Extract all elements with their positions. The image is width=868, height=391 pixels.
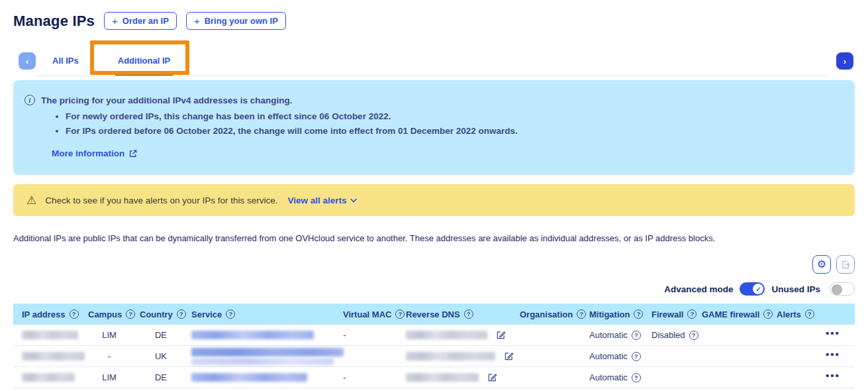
firewall-value: Disabled [651,330,685,340]
more-information-link[interactable]: More information [52,148,137,158]
ip-address-cell [22,373,88,382]
table-row: LIM DE - Automatic? Disabled? ••• [13,325,855,346]
help-icon[interactable]: ? [632,352,641,361]
redacted-service [191,373,307,382]
info-link-row: More information [24,147,842,159]
toggle-knob [832,284,842,295]
help-icon[interactable]: ? [395,309,405,319]
column-label: Organisation [520,309,573,319]
tabs-scroll-right-button[interactable]: › [836,52,853,70]
bring-your-own-ip-button[interactable]: + Bring your own IP [186,12,286,30]
tabs-bar: ‹ All IPs Additional IP › [13,46,855,76]
chevron-down-icon [350,198,357,203]
redacted-ip-address [22,352,85,361]
pricing-info-banner: i The pricing for your additional IPv4 a… [13,80,855,175]
tab-additional-ip[interactable]: Additional IP [117,56,171,66]
help-icon[interactable]: ? [687,309,697,319]
row-actions-button[interactable]: ••• [821,349,845,363]
warning-icon: ⚠ [26,195,36,206]
redacted-ip-address [22,331,78,339]
help-icon[interactable]: ? [177,309,186,319]
column-label: Alerts [777,309,801,319]
column-header-country: Country? [140,309,191,319]
virtual-mac-cell: - [343,372,406,382]
view-toggles: Advanced mode ✓ Unused IPs [13,282,855,296]
info-bullet: For IPs ordered before 06 October 2022, … [66,126,842,136]
info-banner-title: The pricing for your additional IPv4 add… [41,95,293,105]
column-header-reverse-dns: Reverse DNS? [406,309,520,319]
service-cell [191,331,343,339]
column-label: Country [140,309,173,319]
row-actions-button[interactable]: ••• [821,370,845,384]
check-icon: ✓ [753,284,763,294]
export-button[interactable] [836,255,855,274]
ip-address-cell [22,352,88,361]
advanced-mode-label: Advanced mode [664,284,733,294]
mitigation-cell: Automatic? [589,372,651,382]
edit-reverse-dns-icon[interactable] [496,330,506,340]
alerts-warning-banner: ⚠ Check to see if you have alerts on you… [13,184,855,216]
virtual-mac-cell: - [343,330,406,340]
chevron-left-icon: ‹ [26,56,28,66]
info-banner-bullets: For newly ordered IPs, this change has b… [24,111,842,136]
mitigation-value: Automatic [589,351,628,361]
help-icon[interactable]: ? [226,309,235,319]
help-icon[interactable]: ? [689,331,699,340]
column-label: Virtual MAC [343,309,391,319]
order-an-ip-button[interactable]: + Order an IP [104,12,177,30]
help-icon[interactable]: ? [763,309,773,319]
info-bullet: For newly ordered IPs, this change has b… [66,111,842,121]
help-icon[interactable]: ? [634,309,643,319]
table-settings-button[interactable]: ⚙ [812,255,831,274]
column-label: Mitigation [589,309,630,319]
mitigation-cell: Automatic? [589,351,651,361]
redacted-service [191,348,344,357]
help-icon[interactable]: ? [126,309,135,319]
country-cell: DE [140,330,191,340]
edit-reverse-dns-icon[interactable] [487,372,497,382]
page-description: Additional IPs are public IPs that can b… [13,233,855,243]
order-an-ip-label: Order an IP [122,16,169,26]
plus-icon: + [194,16,200,26]
view-all-alerts-label: View all alerts [287,196,346,205]
alert-banner-text: Check to see if you have alerts on your … [45,196,277,205]
column-header-campus: Campus? [88,309,140,319]
edit-reverse-dns-icon[interactable] [504,351,514,361]
reverse-dns-cell [406,372,520,382]
redacted-ip-address [22,373,75,382]
table-header-row: IP address? Campus? Country? Service? Vi… [13,304,855,325]
help-icon[interactable]: ? [632,331,641,340]
unused-ips-toggle[interactable] [830,282,855,296]
help-icon[interactable]: ? [577,309,586,319]
column-header-alerts: Alerts? [777,309,821,319]
tabs-scroll-left-button[interactable]: ‹ [19,52,36,70]
column-label: Campus [88,309,122,319]
column-label: Service [191,309,222,319]
help-icon[interactable]: ? [632,373,641,382]
help-icon[interactable]: ? [805,309,814,319]
tab-all-ips[interactable]: All IPs [51,56,80,66]
ip-address-cell [22,331,88,339]
row-actions-button[interactable]: ••• [821,328,845,342]
table-row: LIM DE - Automatic? ••• [13,367,855,388]
info-banner-title-row: i The pricing for your additional IPv4 a… [24,95,842,105]
help-icon[interactable]: ? [70,309,79,319]
additional-ip-table: IP address? Campus? Country? Service? Vi… [13,304,855,388]
view-all-alerts-link[interactable]: View all alerts [287,196,357,205]
export-icon [841,260,851,270]
external-link-icon [128,149,137,158]
column-header-organisation: Organisation? [520,309,589,319]
info-icon: i [24,95,35,105]
advanced-mode-toggle[interactable]: ✓ [740,282,765,296]
country-cell: DE [140,372,191,382]
help-icon[interactable]: ? [464,309,473,319]
manage-ips-page: Manage IPs + Order an IP + Bring your ow… [0,0,868,388]
service-cell [191,373,343,382]
mitigation-value: Automatic [589,372,628,382]
firewall-cell: Disabled? [651,330,702,340]
redacted-reverse-dns [406,373,479,382]
reverse-dns-cell [406,330,520,340]
page-title: Manage IPs [13,13,95,30]
mitigation-cell: Automatic? [589,330,651,340]
column-header-service: Service? [191,309,343,319]
